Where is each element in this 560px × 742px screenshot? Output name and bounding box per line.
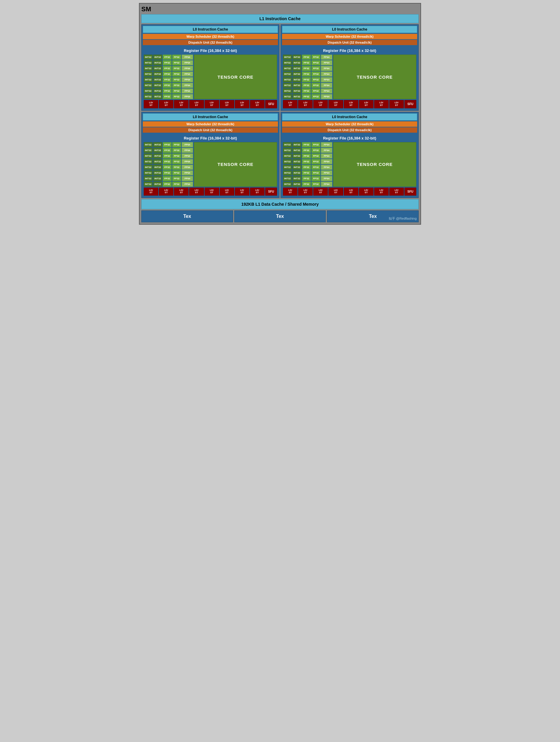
int32-cell: INT32: [283, 165, 292, 170]
int32-cell: INT32: [153, 153, 162, 158]
alu-row: INT32 INT32 FP32 FP32 FP64: [283, 66, 332, 71]
fp32-cell: FP32: [302, 148, 311, 153]
fp32-cell: FP32: [163, 55, 171, 60]
alu-row: INT32 INT32 FP32 FP32 FP64: [283, 83, 332, 88]
quadrant-top-left: L0 Instruction Cache Warp Scheduler (32 …: [141, 24, 279, 111]
compute-area-tl: INT32 INT32 FP32 FP32 FP64 INT32 INT32 F…: [144, 55, 277, 99]
int32-cell: INT32: [153, 55, 162, 60]
register-file-area-bl: Register File (16,384 x 32-bit) INT32 IN…: [143, 134, 278, 197]
int32-cell: INT32: [283, 55, 292, 60]
fp32-cell: FP32: [311, 66, 320, 71]
alu-row-1: INT32 INT32 FP32 FP32 FP64: [144, 55, 193, 60]
dispatch-unit-bl: Dispatch Unit (32 thread/clk): [143, 127, 278, 133]
fp32-cell: FP32: [311, 77, 320, 82]
ldst-cell: LD/ST: [389, 100, 404, 108]
fp32-cell: FP32: [302, 153, 311, 158]
fp64-cell: FP64: [182, 170, 193, 175]
int32-cell: INT32: [153, 66, 162, 71]
int32-cell: INT32: [283, 176, 292, 181]
ldst-cell: LD/ST: [283, 100, 298, 108]
ldst-cell: LD/ST: [359, 188, 373, 196]
int32-cell: INT32: [144, 170, 153, 175]
compute-area-tr: INT32 INT32 FP32 FP32 FP64 INT32 INT32 F…: [283, 55, 416, 99]
alu-row-7: INT32 INT32 FP32 FP32 FP64: [144, 89, 193, 94]
fp64-cell: FP64: [321, 89, 332, 94]
sfu-cell-tl: SFU: [265, 100, 277, 108]
fp64-cell: FP64: [321, 165, 332, 170]
int32-cell: INT32: [144, 77, 153, 82]
tex-cell-2: Tex 知乎 @Redflashing: [327, 210, 419, 222]
fp64-cell: FP64: [321, 176, 332, 181]
int32-cell: INT32: [283, 66, 292, 71]
sfu-cell-bl: SFU: [265, 188, 277, 196]
int32-cell: INT32: [293, 71, 301, 76]
fp64-cell: FP64: [321, 153, 332, 158]
ldst-cell: LD/ST: [344, 100, 358, 108]
int32-cell: INT32: [293, 176, 301, 181]
int32-cell: INT32: [293, 159, 301, 164]
int32-cell: INT32: [144, 159, 153, 164]
ldst-cell: LD/ST: [250, 100, 264, 108]
quadrant-bottom-left: L0 Instruction Cache Warp Scheduler (32 …: [141, 112, 279, 198]
alu-row: INT32 INT32 FP32 FP32 FP64: [283, 181, 332, 187]
int32-cell: INT32: [144, 181, 153, 187]
fp32-cell: FP32: [302, 176, 311, 181]
fp32-cell: FP32: [163, 159, 171, 164]
fp64-cell: FP64: [321, 66, 332, 71]
alu-row: INT32 INT32 FP32 FP32 FP64: [283, 94, 332, 99]
fp32-cell: FP32: [172, 89, 181, 94]
alu-row: INT32 INT32 FP32 FP32 FP64: [283, 77, 332, 82]
ldst-cell: LD/ST: [144, 100, 158, 108]
fp32-cell: FP32: [172, 60, 181, 65]
bottom-row-tl: LD/ST LD/ST LD/ST LD/ST LD/ST LD/ST LD/S…: [144, 100, 277, 108]
fp64-cell: FP64: [321, 181, 332, 187]
int32-cell: INT32: [153, 148, 162, 153]
fp32-cell: FP32: [172, 66, 181, 71]
ldst-cell: LD/ST: [220, 100, 234, 108]
int32-cell: INT32: [293, 181, 301, 187]
fp32-cell: FP32: [163, 170, 171, 175]
fp64-cell: FP64: [182, 142, 193, 147]
ldst-cell: LD/ST: [283, 188, 298, 196]
ldst-cell: LD/ST: [250, 188, 264, 196]
fp64-cell: FP64: [321, 55, 332, 60]
fp64-cell: FP64: [321, 60, 332, 65]
fp32-cell: FP32: [311, 83, 320, 88]
fp32-cell: FP32: [311, 176, 320, 181]
ldst-cell: LD/ST: [205, 188, 219, 196]
int32-cell: INT32: [144, 60, 153, 65]
fp32-cell: FP32: [172, 170, 181, 175]
fp64-cell: FP64: [182, 83, 193, 88]
register-file-area-tr: Register File (16,384 x 32-bit) INT32 IN…: [282, 46, 417, 109]
int32-cell: INT32: [153, 170, 162, 175]
tensor-core-tl: TENSOR CORE: [194, 55, 277, 99]
alu-row-3: INT32 INT32 FP32 FP32 FP64: [144, 66, 193, 71]
fp64-cell: FP64: [321, 170, 332, 175]
int32-cell: INT32: [153, 165, 162, 170]
alu-row: INT32 INT32 FP32 FP32 FP64: [283, 71, 332, 76]
fp32-cell: FP32: [311, 60, 320, 65]
ldst-cell: LD/ST: [374, 188, 389, 196]
ldst-cell: LD/ST: [298, 188, 313, 196]
alu-row-4: INT32 INT32 FP32 FP32 FP64: [144, 71, 193, 76]
l0-cache-tr: L0 Instruction Cache: [282, 26, 417, 33]
int32-cell: INT32: [283, 148, 292, 153]
ldst-cell: LD/ST: [344, 188, 358, 196]
ldst-cell: LD/ST: [205, 100, 219, 108]
fp32-cell: FP32: [172, 165, 181, 170]
fp64-cell: FP64: [182, 159, 193, 164]
fp32-cell: FP32: [311, 153, 320, 158]
tex-cell-1: Tex: [234, 210, 326, 222]
fp32-cell: FP32: [311, 181, 320, 187]
int32-cell: INT32: [293, 55, 301, 60]
ldst-cell: LD/ST: [174, 188, 189, 196]
int32-cell: INT32: [153, 94, 162, 99]
fp32-cell: FP32: [302, 77, 311, 82]
fp32-cell: FP32: [163, 148, 171, 153]
fp64-cell: FP64: [182, 55, 193, 60]
ldst-cell: LD/ST: [359, 100, 373, 108]
alu-columns-tr: INT32 INT32 FP32 FP32 FP64 INT32 INT32 F…: [283, 55, 332, 99]
fp64-cell: FP64: [182, 77, 193, 82]
ldst-cell: LD/ST: [328, 188, 343, 196]
int32-cell: INT32: [144, 66, 153, 71]
